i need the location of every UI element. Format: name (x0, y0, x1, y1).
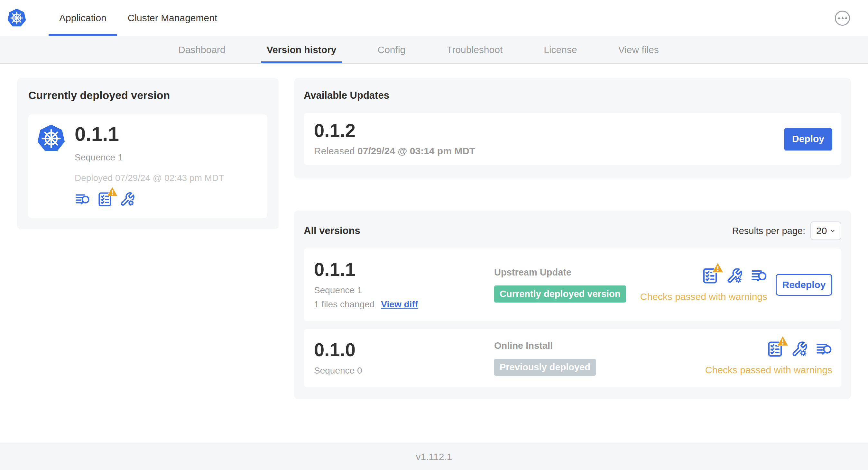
preflight-checks-icon[interactable] (97, 192, 113, 207)
tab-application-label: Application (59, 12, 106, 24)
current-version-sequence: Sequence 1 (75, 153, 224, 163)
tab-troubleshoot-label: Troubleshoot (446, 44, 502, 55)
kots-admin-page: Application Cluster Management Dashboard… (0, 0, 868, 470)
tab-cluster-management[interactable]: Cluster Management (117, 0, 228, 36)
app-footer: v1.112.1 (0, 443, 868, 470)
chevron-down-icon (829, 227, 836, 234)
view-diff-logs-icon[interactable] (815, 341, 832, 358)
version-row-0-1-1: 0.1.1 Sequence 1 1 files changed View di… (304, 248, 841, 321)
files-changed-label: 1 files changed (314, 299, 374, 310)
results-per-page-label: Results per page: (732, 226, 805, 236)
kubernetes-logo (7, 9, 26, 27)
version-row-0-1-0: 0.1.0 Sequence 0 Online Install Previous… (304, 329, 841, 388)
update-version-number: 0.1.2 (314, 121, 475, 140)
console-version: v1.112.1 (416, 451, 452, 462)
row-version-number: 0.1.0 (314, 340, 494, 359)
view-diff-logs-icon[interactable] (751, 267, 767, 284)
version-actions (702, 267, 767, 284)
right-column: Available Updates 0.1.2 Released 07/29/2… (294, 78, 851, 399)
current-version-actions (75, 192, 224, 207)
preflight-status-text: Checks passed with warnings (640, 291, 767, 302)
results-per-page: Results per page: 20 (732, 222, 841, 240)
preflight-status-text: Checks passed with warnings (705, 365, 832, 375)
version-actions (767, 341, 832, 358)
tab-config-label: Config (378, 44, 406, 55)
app-icon-kubernetes (37, 125, 65, 153)
warning-triangle-icon (712, 262, 723, 273)
tab-application[interactable]: Application (49, 0, 117, 36)
warning-triangle-icon (777, 336, 788, 346)
app-switcher-tabs: Application Cluster Management (49, 0, 228, 36)
available-update-row: 0.1.2 Released 07/29/24 @ 03:14 pm MDT D… (304, 113, 841, 165)
results-per-page-select[interactable]: 20 (810, 222, 841, 240)
preflight-checks-icon[interactable] (767, 341, 783, 358)
view-diff-logs-icon[interactable] (75, 192, 90, 207)
available-updates-title: Available Updates (304, 90, 841, 101)
currently-deployed-version-card: 0.1.1 Sequence 1 Deployed 07/29/24 @ 02:… (28, 114, 267, 218)
view-diff-link[interactable]: View diff (381, 299, 418, 310)
current-version-number: 0.1.1 (75, 124, 224, 144)
redeploy-button[interactable]: Redeploy (776, 274, 832, 296)
all-versions-card: All versions Results per page: 20 0.1.1 … (294, 210, 851, 399)
row-version-sequence: Sequence 0 (314, 366, 494, 376)
tab-cluster-management-label: Cluster Management (128, 12, 217, 24)
currently-deployed-title: Currently deployed version (28, 89, 267, 102)
more-options-button[interactable] (835, 11, 850, 26)
ellipsis-icon (838, 18, 840, 19)
previously-deployed-badge: Previously deployed (494, 359, 596, 376)
main-content: Currently deployed version 0.1.1 Sequenc… (0, 64, 868, 443)
tab-view-files-label: View files (618, 44, 659, 55)
app-header: Application Cluster Management (0, 0, 868, 36)
deploy-button[interactable]: Deploy (784, 128, 832, 150)
available-updates-card: Available Updates 0.1.2 Released 07/29/2… (294, 78, 851, 178)
row-version-number: 0.1.1 (314, 260, 494, 279)
tab-dashboard[interactable]: Dashboard (173, 36, 231, 63)
preflight-checks-icon[interactable] (702, 267, 718, 284)
currently-deployed-badge: Currently deployed version (494, 286, 626, 303)
all-versions-title: All versions (304, 225, 360, 237)
warning-triangle-icon (107, 187, 118, 196)
tab-view-files[interactable]: View files (613, 36, 665, 63)
row-version-sequence: Sequence 1 (314, 285, 494, 296)
tab-version-history-label: Version history (267, 44, 337, 55)
tab-dashboard-label: Dashboard (178, 44, 225, 55)
version-source-label: Upstream Update (494, 267, 640, 278)
config-wrench-icon[interactable] (120, 192, 135, 207)
tab-config[interactable]: Config (372, 36, 411, 63)
currently-deployed-card: Currently deployed version 0.1.1 Sequenc… (17, 78, 279, 229)
tab-version-history[interactable]: Version history (261, 36, 342, 63)
current-version-deployed-timestamp: Deployed 07/29/24 @ 02:43 pm MDT (75, 173, 224, 183)
tab-license-label: License (544, 44, 577, 55)
config-wrench-icon[interactable] (726, 267, 743, 284)
update-released-timestamp: Released 07/29/24 @ 03:14 pm MDT (314, 146, 475, 157)
tab-troubleshoot[interactable]: Troubleshoot (441, 36, 508, 63)
app-subnav: Dashboard Version history Config Trouble… (0, 36, 868, 64)
version-source-label: Online Install (494, 340, 705, 351)
config-wrench-icon[interactable] (791, 341, 808, 358)
tab-license[interactable]: License (538, 36, 583, 63)
